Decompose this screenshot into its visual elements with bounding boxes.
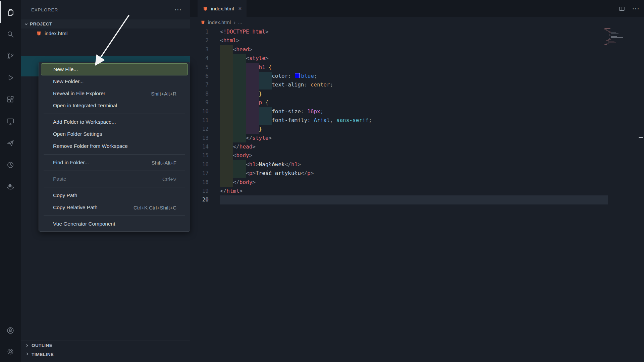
minimap-line <box>604 29 607 30</box>
code-token: ; <box>330 81 333 88</box>
menu-item-find-in-folder[interactable]: Find in Folder...Shift+Alt+F <box>39 157 190 169</box>
code-line-19[interactable]: 19</html> <box>190 187 644 195</box>
share-button[interactable] <box>0 132 21 154</box>
code-token: body <box>239 179 253 185</box>
code-line-5[interactable]: 5 h1 { <box>190 63 644 72</box>
menu-item-paste: PasteCtrl+V <box>39 173 190 185</box>
code-token: > <box>236 37 239 44</box>
menu-item-add-folder-to-workspace[interactable]: Add Folder to Workspace... <box>39 116 190 128</box>
indent-guide <box>220 89 233 98</box>
menu-item-open-folder-settings[interactable]: Open Folder Settings <box>39 128 190 140</box>
breadcrumb-file[interactable]: index.html <box>208 19 231 25</box>
editor-more-button[interactable]: ⋯ <box>632 5 639 12</box>
split-editor-icon[interactable] <box>619 5 625 12</box>
line-content: <html> <box>209 36 239 45</box>
docker-button[interactable] <box>0 176 21 197</box>
menu-item-new-folder[interactable]: New Folder... <box>39 75 190 87</box>
line-content: font-size: 16px; <box>209 107 323 116</box>
code-line-2[interactable]: 2<html> <box>190 36 644 45</box>
menu-item-remove-folder-from-workspace[interactable]: Remove Folder from Workspace <box>39 140 190 152</box>
line-number: 15 <box>190 151 209 160</box>
code-line-9[interactable]: 9 p { <box>190 98 644 107</box>
settings-button[interactable] <box>0 341 21 362</box>
tab-close-button[interactable]: × <box>238 5 241 12</box>
indent-guide <box>233 72 246 80</box>
line-content: } <box>209 89 262 98</box>
code-token: > <box>256 161 259 168</box>
menu-item-new-file[interactable]: New File... <box>41 63 188 75</box>
line-content: <h1>Nagłówek</h1> <box>209 160 301 169</box>
indent-guide <box>233 98 246 107</box>
indent-guide <box>233 89 246 98</box>
code-line-1[interactable]: 1<!DOCTYPE html> <box>190 27 644 36</box>
code-line-16[interactable]: 16 <h1>Nagłówek</h1> <box>190 160 644 169</box>
code-line-15[interactable]: 15 <body> <box>190 151 644 160</box>
breadcrumb-more[interactable]: ... <box>238 19 243 25</box>
code-line-7[interactable]: 7 text-align: center; <box>190 80 644 89</box>
code-line-14[interactable]: 14 </head> <box>190 142 644 151</box>
line-content: text-align: center; <box>209 80 333 89</box>
explorer-button[interactable] <box>0 1 21 23</box>
code-line-6[interactable]: 6 color: blue; <box>190 72 644 80</box>
indent-guide <box>220 116 233 125</box>
code-editor[interactable]: 1<!DOCTYPE html>2<html>3 <head>4 <style>… <box>190 27 644 204</box>
project-folder-row[interactable]: PROJECT <box>21 19 190 28</box>
menu-item-vue-generator-component[interactable]: Vue Generator Component <box>39 218 190 230</box>
code-line-13[interactable]: 13 </style> <box>190 134 644 142</box>
code-token: > <box>252 170 256 176</box>
timeline-label: TIMELINE <box>32 352 54 357</box>
docker-whale-icon <box>6 182 15 191</box>
minimap-line <box>606 30 608 31</box>
menu-item-copy-path[interactable]: Copy Path <box>39 189 190 201</box>
menu-item-open-in-integrated-terminal[interactable]: Open in Integrated Terminal <box>39 100 190 112</box>
code-token: , <box>330 117 333 123</box>
search-button[interactable] <box>0 23 21 45</box>
remote-explorer-button[interactable] <box>0 110 21 132</box>
indent-guide <box>246 116 259 125</box>
code-line-4[interactable]: 4 <style> <box>190 54 644 63</box>
minimap-line <box>611 37 623 38</box>
tab-index-html[interactable]: index.html × <box>198 0 247 17</box>
code-line-20[interactable]: 20 <box>190 195 644 204</box>
indent-guide <box>246 80 259 89</box>
code-line-12[interactable]: 12 } <box>190 125 644 133</box>
code-token: ; <box>314 73 317 79</box>
history-button[interactable] <box>0 154 21 176</box>
menu-separator <box>44 216 185 216</box>
menu-item-shortcut: Shift+Alt+R <box>151 91 176 97</box>
extensions-button[interactable] <box>0 88 21 110</box>
code-token: > <box>239 188 243 194</box>
project-folder-label: PROJECT <box>30 21 52 26</box>
code-line-10[interactable]: 10 font-size: 16px; <box>190 107 644 116</box>
run-debug-button[interactable] <box>0 67 21 88</box>
menu-item-copy-relative-path[interactable]: Copy Relative PathCtrl+K Ctrl+Shift+C <box>39 201 190 214</box>
source-control-button[interactable] <box>0 45 21 67</box>
indent-guide <box>233 169 246 178</box>
color-swatch-blue[interactable] <box>295 73 300 78</box>
html-file-icon <box>203 6 208 11</box>
file-row-index-html[interactable]: index.html <box>21 28 190 38</box>
minimap[interactable] <box>604 28 625 46</box>
sidebar-more-button[interactable]: ⋯ <box>174 6 182 13</box>
code-line-8[interactable]: 8 } <box>190 89 644 98</box>
code-line-3[interactable]: 3 <head> <box>190 45 644 54</box>
menu-item-reveal-in-file-explorer[interactable]: Reveal in File ExplorerShift+Alt+R <box>39 87 190 100</box>
overview-ruler-mark <box>639 137 643 138</box>
tab-bar: index.html × ⋯ <box>190 0 644 17</box>
code-token: < <box>233 152 236 159</box>
code-token <box>249 28 253 35</box>
code-line-17[interactable]: 17 <p>Treść artykułu</p> <box>190 169 644 178</box>
code-line-18[interactable]: 18 </body> <box>190 178 644 187</box>
code-line-11[interactable]: 11 font-family: Arial, sans-serif; <box>190 116 644 125</box>
line-content: font-family: Arial, sans-serif; <box>209 116 372 125</box>
code-token: < <box>220 37 223 44</box>
line-content: </head> <box>209 142 256 151</box>
indent-guide <box>233 54 246 63</box>
timeline-section-header[interactable]: TIMELINE <box>21 350 190 362</box>
line-content: color: blue; <box>209 72 317 80</box>
breadcrumb[interactable]: index.html › ... <box>190 17 644 27</box>
code-token: } <box>259 126 262 132</box>
account-button[interactable] <box>0 320 21 341</box>
outline-section-header[interactable]: OUTLINE <box>21 341 190 350</box>
code-token <box>291 73 294 79</box>
